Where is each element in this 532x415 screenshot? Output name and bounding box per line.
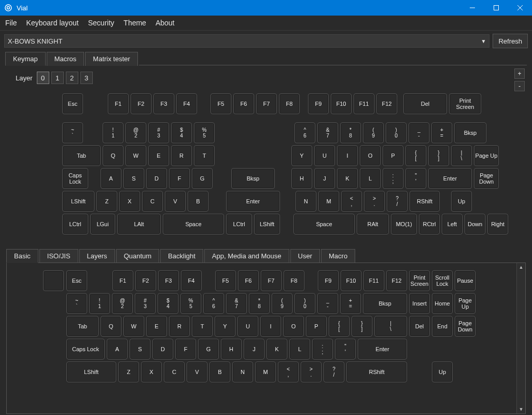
key--1[interactable]: !1 bbox=[89, 293, 110, 314]
key--[interactable]: ~` bbox=[62, 122, 83, 143]
key-blank[interactable] bbox=[43, 270, 64, 291]
key-f10[interactable]: F10 bbox=[331, 93, 352, 114]
key-f5[interactable]: F5 bbox=[211, 93, 231, 114]
key-v[interactable]: V bbox=[187, 362, 207, 382]
key-rshift[interactable]: RShift bbox=[346, 362, 407, 382]
key--8[interactable]: *8 bbox=[249, 293, 270, 314]
keyboard-selector[interactable]: X-BOWS KNIGHT ▼ bbox=[4, 34, 489, 48]
key-q[interactable]: Q bbox=[103, 145, 123, 166]
key-u[interactable]: U bbox=[237, 316, 258, 337]
key-s[interactable]: S bbox=[130, 339, 150, 359]
key--3[interactable]: #3 bbox=[135, 293, 156, 314]
key-p[interactable]: P bbox=[306, 316, 327, 337]
key--[interactable]: :; bbox=[312, 339, 333, 359]
key-end[interactable]: End bbox=[432, 316, 453, 337]
picker-tab-user[interactable]: User bbox=[290, 249, 320, 263]
key-up[interactable]: Up bbox=[432, 362, 453, 382]
key-page-down[interactable]: Page Down bbox=[474, 168, 499, 189]
key-lshift[interactable]: LShift bbox=[66, 362, 116, 382]
key--[interactable]: }] bbox=[428, 145, 449, 166]
key-e[interactable]: E bbox=[146, 316, 167, 337]
key-n[interactable]: N bbox=[232, 362, 253, 382]
key-f[interactable]: F bbox=[175, 339, 196, 359]
picker-tab-app-media-and-mouse[interactable]: App, Media and Mouse bbox=[204, 249, 289, 263]
key-f3[interactable]: F3 bbox=[153, 93, 174, 114]
layer-button-3[interactable]: 3 bbox=[80, 72, 93, 84]
picker-tab-macro[interactable]: Macro bbox=[321, 249, 355, 263]
key-ralt[interactable]: RAlt bbox=[357, 214, 389, 234]
key--[interactable]: |\ bbox=[374, 316, 407, 337]
key-print-screen[interactable]: Print Screen bbox=[409, 270, 430, 291]
key--8[interactable]: *8 bbox=[340, 122, 361, 143]
key-caps-lock[interactable]: Caps Lock bbox=[66, 339, 105, 359]
key-del[interactable]: Del bbox=[403, 93, 447, 114]
key--7[interactable]: &7 bbox=[317, 122, 338, 143]
key-bksp[interactable]: Bksp bbox=[454, 122, 486, 143]
key-down[interactable]: Down bbox=[465, 214, 485, 234]
menu-item-keyboard-layout[interactable]: Keyboard layout bbox=[26, 19, 79, 27]
key--[interactable]: >. bbox=[364, 191, 385, 212]
key-lalt[interactable]: LAlt bbox=[117, 214, 161, 234]
key-a[interactable]: A bbox=[107, 339, 128, 359]
key-k[interactable]: K bbox=[267, 339, 287, 359]
key-r[interactable]: R bbox=[169, 316, 190, 337]
tab-macros[interactable]: Macros bbox=[47, 52, 85, 66]
key-tab[interactable]: Tab bbox=[62, 145, 101, 166]
key-z[interactable]: Z bbox=[118, 362, 139, 382]
key-k[interactable]: K bbox=[337, 168, 358, 189]
key--[interactable]: >. bbox=[301, 362, 321, 382]
key-enter[interactable]: Enter bbox=[226, 191, 280, 212]
key-tab[interactable]: Tab bbox=[66, 316, 99, 337]
key-f7[interactable]: F7 bbox=[256, 93, 277, 114]
picker-scrollbar[interactable]: ▲ ▼ bbox=[516, 263, 525, 413]
menu-item-theme[interactable]: Theme bbox=[123, 19, 146, 27]
key-b[interactable]: B bbox=[209, 362, 230, 382]
key-bksp[interactable]: Bksp bbox=[363, 293, 407, 314]
key-lshift[interactable]: LShift bbox=[254, 214, 280, 234]
key-caps-lock[interactable]: Caps Lock bbox=[62, 168, 88, 189]
key-pause[interactable]: Pause bbox=[455, 270, 475, 291]
key--[interactable]: <, bbox=[278, 362, 299, 382]
key--0[interactable]: )0 bbox=[295, 293, 315, 314]
key-v[interactable]: V bbox=[165, 191, 186, 212]
key--5[interactable]: %5 bbox=[194, 122, 215, 143]
key-space[interactable]: Space bbox=[293, 214, 355, 234]
key-f11[interactable]: F11 bbox=[363, 270, 384, 291]
key--[interactable]: {[ bbox=[329, 316, 349, 337]
key-q[interactable]: Q bbox=[101, 316, 121, 337]
key-i[interactable]: I bbox=[260, 316, 281, 337]
key--[interactable]: ?/ bbox=[387, 191, 408, 212]
key-c[interactable]: C bbox=[142, 191, 163, 212]
key-i[interactable]: I bbox=[337, 145, 358, 166]
key--2[interactable]: @2 bbox=[125, 122, 146, 143]
refresh-button[interactable]: Refresh bbox=[493, 34, 528, 48]
scroll-up-icon[interactable]: ▲ bbox=[517, 263, 525, 271]
key--[interactable]: {[ bbox=[405, 145, 426, 166]
key-g[interactable]: G bbox=[192, 168, 213, 189]
key--4[interactable]: $4 bbox=[171, 122, 192, 143]
key-f[interactable]: F bbox=[169, 168, 190, 189]
key--[interactable]: += bbox=[340, 293, 361, 314]
key-f8[interactable]: F8 bbox=[279, 93, 300, 114]
key--2[interactable]: @2 bbox=[112, 293, 133, 314]
maximize-button[interactable] bbox=[484, 0, 508, 16]
key-left[interactable]: Left bbox=[442, 214, 463, 234]
key--6[interactable]: ^6 bbox=[295, 122, 315, 143]
key-f3[interactable]: F3 bbox=[158, 270, 179, 291]
key-p[interactable]: P bbox=[383, 145, 403, 166]
key-home[interactable]: Home bbox=[432, 293, 453, 314]
key-l[interactable]: L bbox=[289, 339, 310, 359]
key-rshift[interactable]: RShift bbox=[410, 191, 440, 212]
key-c[interactable]: C bbox=[164, 362, 185, 382]
key-a[interactable]: A bbox=[101, 168, 121, 189]
key--9[interactable]: (9 bbox=[272, 293, 292, 314]
key-x[interactable]: X bbox=[119, 191, 140, 212]
key-f6[interactable]: F6 bbox=[233, 93, 254, 114]
key-t[interactable]: T bbox=[192, 316, 213, 337]
key-page-down[interactable]: Page Down bbox=[455, 316, 475, 337]
key-y[interactable]: Y bbox=[291, 145, 312, 166]
key--3[interactable]: #3 bbox=[148, 122, 169, 143]
menu-item-about[interactable]: About bbox=[156, 19, 175, 27]
key--[interactable]: _- bbox=[409, 122, 429, 143]
key-d[interactable]: D bbox=[146, 168, 167, 189]
